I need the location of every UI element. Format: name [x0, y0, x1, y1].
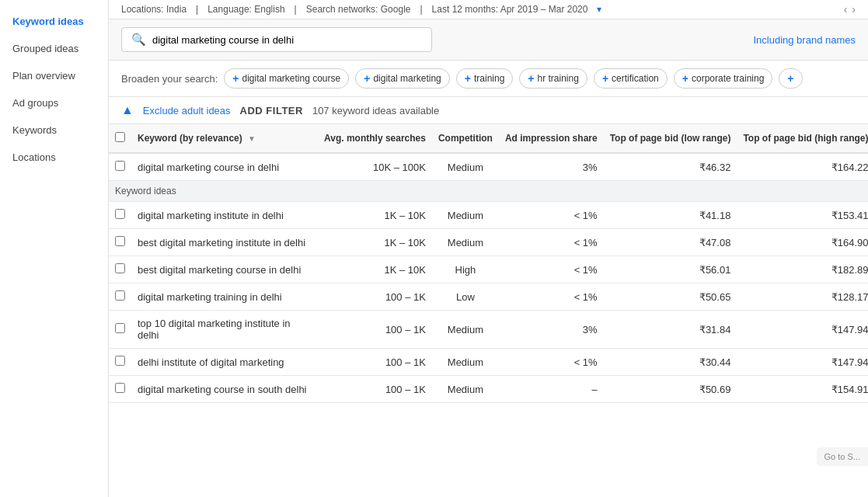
sidebar-item-ad-groups[interactable]: Ad groups	[0, 89, 108, 116]
th-bid-high[interactable]: Top of page bid (high range)	[737, 124, 868, 153]
bid-high-cell-0: ₹153.41	[737, 202, 868, 229]
keyword-cell-3: digital marketing training in delhi	[131, 283, 318, 311]
watermark: Go to S...	[817, 447, 868, 466]
exclude-adult-button[interactable]: Exclude adult ideas	[143, 105, 231, 116]
row-checkbox-0[interactable]	[115, 209, 125, 219]
comp-cell-6: Medium	[432, 376, 499, 403]
table-row: best digital marketing course in delhi 1…	[109, 256, 868, 283]
sidebar: Keyword ideas Grouped ideas Plan overvie…	[0, 0, 109, 497]
table-row: delhi institute of digital marketing 100…	[109, 349, 868, 376]
main-keyword-cell: digital marketing course in delhi	[131, 153, 318, 181]
main-keyword-row: digital marketing course in delhi 10K – …	[109, 153, 868, 181]
row-checkbox-5[interactable]	[115, 356, 125, 366]
ad-imp-cell-3: < 1%	[499, 283, 604, 311]
brand-names-toggle[interactable]: Including brand names	[753, 34, 856, 46]
comp-cell-0: Medium	[432, 202, 499, 229]
table-row: best digital marketing institute in delh…	[109, 229, 868, 256]
chip-more[interactable]: +	[779, 68, 802, 89]
search-bar: 🔍 Including brand names	[109, 19, 868, 61]
comp-cell-4: Medium	[432, 311, 499, 349]
bid-high-cell-1: ₹164.90	[737, 229, 868, 256]
sidebar-item-grouped-ideas[interactable]: Grouped ideas	[0, 35, 108, 62]
select-all-header[interactable]	[109, 124, 131, 153]
bid-high-cell-6: ₹154.91	[737, 376, 868, 403]
avg-cell-5: 100 – 1K	[318, 349, 432, 376]
ad-imp-cell-5: < 1%	[499, 349, 604, 376]
add-filter-button[interactable]: ADD FILTER	[240, 105, 303, 116]
keyword-count: 107 keyword ideas available	[312, 105, 439, 116]
separator3: |	[420, 4, 422, 15]
keyword-cell-0: digital marketing institute in delhi	[131, 202, 318, 229]
chip-dm[interactable]: + digital marketing	[355, 68, 450, 89]
th-competition[interactable]: Competition	[432, 124, 499, 153]
sidebar-item-plan-overview[interactable]: Plan overview	[0, 62, 108, 89]
select-all-checkbox[interactable]	[115, 132, 125, 142]
keyword-cell-1: best digital marketing institute in delh…	[131, 229, 318, 256]
bid-high-cell-5: ₹147.94	[737, 349, 868, 376]
bid-low-cell-1: ₹47.08	[604, 229, 737, 256]
chip-corp[interactable]: + corporate training	[674, 68, 773, 89]
bid-high-cell-4: ₹147.94	[737, 311, 868, 349]
th-keyword[interactable]: Keyword (by relevance) ▼	[131, 124, 318, 153]
avg-cell-3: 100 – 1K	[318, 283, 432, 311]
networks-info: Search networks: Google	[306, 4, 411, 15]
main-keyword-checkbox[interactable]	[115, 161, 125, 171]
comp-cell-1: Medium	[432, 229, 499, 256]
sidebar-item-locations[interactable]: Locations	[0, 144, 108, 171]
next-arrow[interactable]: ›	[852, 3, 856, 16]
main-bid-high-cell: ₹164.22	[737, 153, 868, 181]
top-bar: Locations: India | Language: English | S…	[109, 0, 868, 19]
avg-cell-0: 1K – 10K	[318, 202, 432, 229]
chip-cert[interactable]: + certification	[594, 68, 668, 89]
bid-low-cell-6: ₹50.69	[604, 376, 737, 403]
row-checkbox-2[interactable]	[115, 263, 125, 273]
main-bid-low-cell: ₹46.32	[604, 153, 737, 181]
filter-bar: ▲ Exclude adult ideas ADD FILTER 107 key…	[109, 97, 868, 124]
bid-low-cell-0: ₹41.18	[604, 202, 737, 229]
comp-cell-2: High	[432, 256, 499, 283]
bid-high-cell-3: ₹128.17	[737, 283, 868, 311]
row-checkbox-6[interactable]	[115, 383, 125, 393]
filter-icon: ▲	[121, 103, 134, 117]
th-avg-monthly[interactable]: Avg. monthly searches	[318, 124, 432, 153]
bid-low-cell-2: ₹56.01	[604, 256, 737, 283]
main-ad-imp-cell: 3%	[499, 153, 604, 181]
ad-imp-cell-2: < 1%	[499, 256, 604, 283]
chip-hr[interactable]: + hr training	[519, 68, 587, 89]
table-row: top 10 digital marketing institute in de…	[109, 311, 868, 349]
location-info: Locations: India	[121, 4, 186, 15]
main-avg-cell: 10K – 100K	[318, 153, 432, 181]
sidebar-item-keywords[interactable]: Keywords	[0, 116, 108, 144]
main-keyword-checkbox-cell[interactable]	[109, 153, 131, 181]
ad-imp-cell-0: < 1%	[499, 202, 604, 229]
avg-cell-4: 100 – 1K	[318, 311, 432, 349]
bid-low-cell-3: ₹50.65	[604, 283, 737, 311]
row-checkbox-3[interactable]	[115, 290, 125, 301]
chip-dmc[interactable]: + digital marketing course	[224, 68, 349, 89]
bid-high-cell-2: ₹182.89	[737, 256, 868, 283]
row-checkbox-1[interactable]	[115, 236, 125, 246]
keyword-ideas-label: Keyword ideas	[109, 181, 868, 202]
prev-arrow[interactable]: ‹	[844, 3, 848, 16]
language-info: Language: English	[207, 4, 284, 15]
broaden-label: Broaden your search:	[121, 73, 218, 85]
keyword-cell-6: digital marketing course in south delhi	[131, 376, 318, 403]
sort-icon: ▼	[248, 134, 256, 143]
row-checkbox-4[interactable]	[115, 323, 125, 333]
avg-cell-2: 1K – 10K	[318, 256, 432, 283]
ad-imp-cell-1: < 1%	[499, 229, 604, 256]
chip-training[interactable]: + training	[456, 68, 514, 89]
separator2: |	[295, 4, 297, 15]
avg-cell-6: 100 – 1K	[318, 376, 432, 403]
th-bid-low[interactable]: Top of page bid (low range)	[604, 124, 737, 153]
table-container: Keyword (by relevance) ▼ Avg. monthly se…	[109, 124, 868, 497]
th-ad-impression[interactable]: Ad impression share	[499, 124, 604, 153]
search-input[interactable]	[152, 34, 422, 46]
table-row: digital marketing institute in delhi 1K …	[109, 202, 868, 229]
keyword-cell-2: best digital marketing course in delhi	[131, 256, 318, 283]
nav-arrows: ‹ ›	[844, 3, 856, 16]
dropdown-icon[interactable]: ▾	[597, 4, 601, 15]
sidebar-item-keyword-ideas[interactable]: Keyword ideas	[0, 8, 108, 35]
keyword-ideas-section-header: Keyword ideas	[109, 181, 868, 202]
table-row: digital marketing course in south delhi …	[109, 376, 868, 403]
